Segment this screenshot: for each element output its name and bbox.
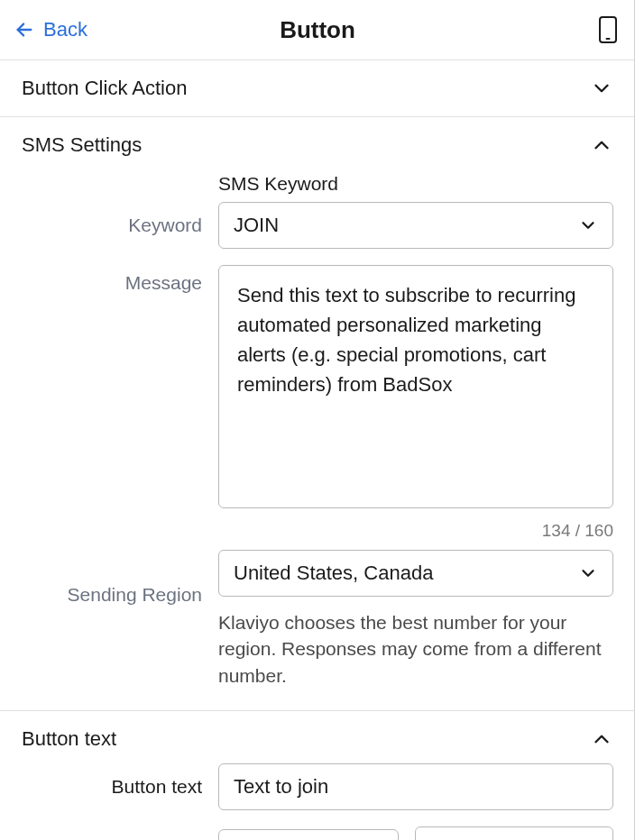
device-preview-icon[interactable] bbox=[599, 16, 617, 43]
region-value: United States, Canada bbox=[234, 562, 433, 585]
chevron-down-icon bbox=[578, 563, 598, 583]
chevron-up-icon bbox=[590, 727, 613, 751]
keyword-value: JOIN bbox=[234, 214, 279, 237]
region-helper-text: Klaviyo chooses the best number for your… bbox=[218, 609, 613, 689]
sms-settings-panel: SMS Keyword Keyword JOIN Message 134 / 1… bbox=[0, 173, 635, 710]
panel-title: Button bbox=[280, 16, 355, 44]
panel-header: Back Button bbox=[0, 0, 635, 60]
button-text-panel: Button text Font Arial 24px bbox=[0, 763, 635, 840]
section-button-text[interactable]: Button text bbox=[0, 711, 635, 760]
section-title: SMS Settings bbox=[22, 133, 142, 157]
message-label: Message bbox=[125, 272, 202, 293]
chevron-up-icon bbox=[590, 133, 613, 157]
keyword-label: Keyword bbox=[128, 215, 202, 235]
section-sms-settings[interactable]: SMS Settings bbox=[0, 117, 635, 173]
chevron-down-icon bbox=[578, 215, 598, 235]
section-button-click-action[interactable]: Button Click Action bbox=[0, 60, 635, 117]
button-text-input[interactable] bbox=[218, 763, 613, 810]
message-textarea[interactable] bbox=[218, 265, 613, 508]
back-label: Back bbox=[43, 18, 87, 41]
section-title: Button Click Action bbox=[22, 77, 187, 100]
button-text-label: Button text bbox=[112, 776, 202, 797]
sms-keyword-sublabel: SMS Keyword bbox=[218, 173, 613, 195]
section-title: Button text bbox=[22, 727, 116, 751]
back-button[interactable]: Back bbox=[14, 18, 87, 41]
region-select[interactable]: United States, Canada bbox=[218, 550, 613, 597]
chevron-down-icon bbox=[590, 77, 613, 100]
font-size-select[interactable]: 24px bbox=[415, 826, 613, 840]
arrow-left-icon bbox=[14, 20, 34, 40]
region-label: Sending Region bbox=[68, 584, 202, 605]
char-counter: 134 / 160 bbox=[218, 521, 613, 541]
keyword-select[interactable]: JOIN bbox=[218, 202, 613, 249]
font-family-select[interactable]: Arial bbox=[218, 829, 399, 840]
